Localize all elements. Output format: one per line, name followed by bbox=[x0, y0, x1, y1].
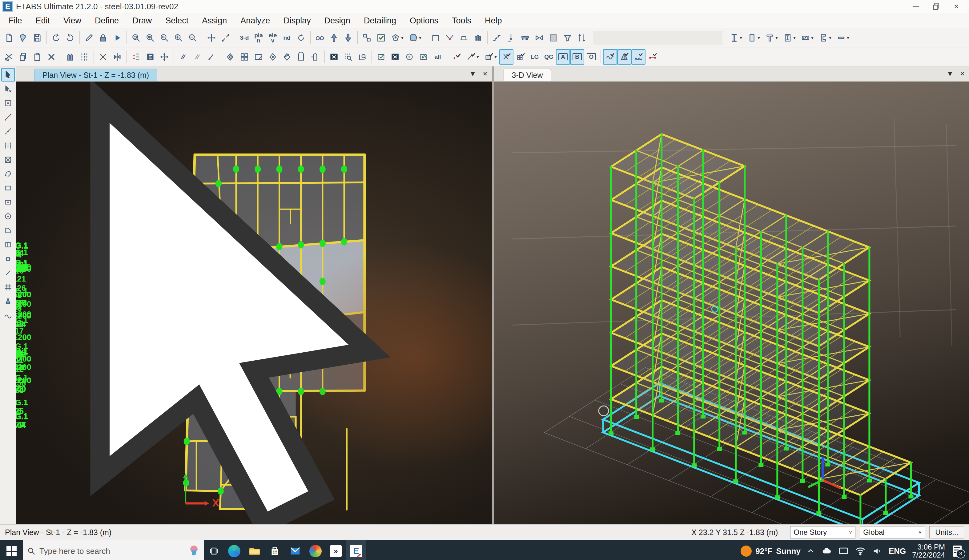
show-joint-links-button[interactable] bbox=[646, 49, 659, 65]
get-previous-selection-button[interactable] bbox=[402, 49, 416, 65]
assign-area-button[interactable]: ▾ bbox=[406, 30, 424, 45]
split-area-button[interactable] bbox=[266, 49, 280, 65]
language-indicator[interactable]: ENG bbox=[889, 547, 906, 556]
select-lg-button[interactable]: LG bbox=[528, 49, 542, 65]
reshape-object-button[interactable] bbox=[1, 82, 15, 96]
named-display-button[interactable] bbox=[313, 30, 327, 45]
etabs-taskbar-button[interactable]: E bbox=[346, 540, 366, 560]
chevron-down-icon[interactable]: ▾ bbox=[471, 69, 475, 78]
hidden-icons-button[interactable] bbox=[807, 547, 815, 555]
add-tower-button[interactable] bbox=[63, 49, 77, 65]
edge-browser-button[interactable] bbox=[224, 540, 245, 560]
select-lines-button[interactable]: ▾ bbox=[464, 49, 481, 65]
close-icon[interactable]: × bbox=[960, 69, 965, 78]
add-opening-button[interactable] bbox=[294, 49, 308, 65]
menu-display[interactable]: Display bbox=[277, 15, 318, 27]
deselect-box-button[interactable] bbox=[388, 49, 402, 65]
frame-section-tee-button[interactable]: ▾ bbox=[763, 30, 780, 45]
frame-section-truss-button[interactable]: ▾ bbox=[798, 30, 816, 45]
menu-file[interactable]: File bbox=[2, 15, 29, 27]
draw-stairs-button[interactable] bbox=[490, 30, 504, 45]
pan-button[interactable] bbox=[205, 30, 218, 45]
move-joint-button[interactable] bbox=[96, 49, 110, 65]
extrude-frame-button[interactable] bbox=[471, 30, 485, 45]
select-intersecting-button[interactable] bbox=[499, 49, 513, 65]
assign-point-load-button[interactable] bbox=[504, 30, 518, 45]
paste-button[interactable] bbox=[30, 49, 44, 65]
trim-frames-button[interactable] bbox=[205, 49, 218, 65]
move-objects-button[interactable] bbox=[157, 49, 171, 65]
interactive-database-button[interactable] bbox=[327, 49, 341, 65]
select-o-button[interactable]: O bbox=[584, 49, 598, 65]
cut-button[interactable] bbox=[2, 49, 16, 65]
mail-button[interactable] bbox=[285, 540, 305, 560]
show-forces-button[interactable] bbox=[631, 49, 646, 65]
run-analysis-button[interactable] bbox=[110, 30, 124, 45]
menu-options[interactable]: Options bbox=[403, 15, 445, 27]
draw-rect-floor-button[interactable] bbox=[1, 181, 15, 195]
menu-help[interactable]: Help bbox=[478, 15, 509, 27]
edit-area-button[interactable] bbox=[251, 49, 266, 65]
mirror-button[interactable] bbox=[110, 49, 124, 65]
draw-wall-button[interactable] bbox=[1, 224, 15, 237]
measure-angle-button[interactable] bbox=[355, 49, 370, 65]
snap-options-button[interactable] bbox=[218, 30, 233, 45]
show-mode-shape-button[interactable] bbox=[617, 49, 631, 65]
menu-detailing[interactable]: Detailing bbox=[357, 15, 403, 27]
draw-grid-lines-button[interactable] bbox=[1, 280, 15, 294]
select-b-button[interactable]: B bbox=[570, 49, 584, 65]
view-elevation-button[interactable]: ele v bbox=[266, 30, 280, 45]
units-button[interactable]: Units... bbox=[929, 526, 964, 538]
draw-point-area-button[interactable] bbox=[1, 209, 15, 223]
open-model-button[interactable] bbox=[16, 30, 30, 45]
assign-distributed-load-button[interactable] bbox=[518, 30, 532, 45]
draw-slash-button[interactable] bbox=[1, 266, 15, 280]
edit-grid-button[interactable] bbox=[77, 49, 92, 65]
search-highlight-icon[interactable] bbox=[189, 545, 200, 557]
join-frames-button[interactable] bbox=[190, 49, 205, 65]
menu-analyze[interactable]: Analyze bbox=[234, 15, 277, 27]
save-model-button[interactable] bbox=[30, 30, 44, 45]
select-grid-button[interactable] bbox=[513, 49, 528, 65]
taskbar-search[interactable]: Type here to search bbox=[23, 540, 204, 560]
menu-define[interactable]: Define bbox=[88, 15, 126, 27]
assign-joint-button[interactable]: ▾ bbox=[388, 30, 406, 45]
clock-widget[interactable]: 3:06 PM 7/22/2024 bbox=[912, 543, 945, 559]
story-selector-dropdown[interactable]: One Story ˅ bbox=[790, 526, 856, 538]
select-a-button[interactable]: A bbox=[556, 49, 570, 65]
menu-tools[interactable]: Tools bbox=[445, 15, 478, 27]
select-joints-button[interactable] bbox=[450, 49, 464, 65]
select-pointer-button[interactable] bbox=[1, 68, 15, 81]
view-plan-button[interactable]: pla n bbox=[251, 30, 266, 45]
notification-center-button[interactable]: 3 bbox=[951, 545, 964, 557]
section-designer-button[interactable] bbox=[546, 30, 561, 45]
select-qg-button[interactable]: QG bbox=[542, 49, 556, 65]
draw-frame-bracket-button[interactable] bbox=[428, 30, 443, 45]
close-button[interactable]: × bbox=[946, 0, 967, 13]
quick-draw-wall-button[interactable] bbox=[1, 238, 15, 251]
weather-widget[interactable]: 92°F Sunny bbox=[741, 545, 801, 557]
tab-plan-view[interactable]: Plan View - St-1 - Z = -1.83 (m) bbox=[34, 69, 157, 81]
tab-3d-view[interactable]: 3-D View bbox=[504, 69, 551, 81]
quick-draw-floor-button[interactable] bbox=[1, 195, 15, 209]
draw-frame-button[interactable] bbox=[1, 110, 15, 124]
mesh-areas-button[interactable] bbox=[237, 49, 251, 65]
divide-frames-button[interactable] bbox=[176, 49, 190, 65]
menu-edit[interactable]: Edit bbox=[29, 15, 57, 27]
menu-assign[interactable]: Assign bbox=[195, 15, 234, 27]
volume-button[interactable] bbox=[872, 546, 882, 556]
assign-temperature-button[interactable] bbox=[532, 30, 546, 45]
quick-draw-frame-button[interactable] bbox=[1, 125, 15, 138]
undo-button[interactable] bbox=[49, 30, 63, 45]
previous-zoom-button[interactable] bbox=[157, 30, 171, 45]
redo-button[interactable] bbox=[63, 30, 77, 45]
edit-stories-button[interactable] bbox=[143, 49, 157, 65]
onedrive-button[interactable] bbox=[821, 545, 832, 557]
merge-areas-button[interactable] bbox=[223, 49, 237, 65]
draw-floor-button[interactable] bbox=[1, 167, 15, 181]
minimize-button[interactable]: ─ bbox=[906, 0, 926, 13]
clear-selection-button[interactable] bbox=[374, 49, 388, 65]
resize-tool-button[interactable] bbox=[575, 30, 589, 45]
network-button[interactable] bbox=[855, 545, 866, 557]
show-deformed-shape-button[interactable] bbox=[603, 49, 617, 65]
